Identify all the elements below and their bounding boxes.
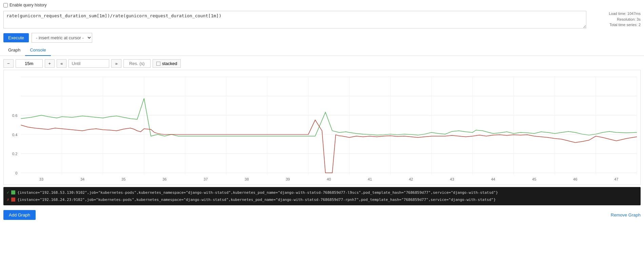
svg-text:0.2: 0.2 — [12, 152, 17, 156]
legend-item-1: ✓ {instance="192.168.53.130:9102",job="k… — [7, 190, 637, 195]
zoom-out-button[interactable]: − — [3, 59, 14, 68]
next-button[interactable]: » — [111, 59, 121, 68]
svg-text:38: 38 — [245, 177, 249, 181]
legend-area: ✓ {instance="192.168.53.130:9102",job="k… — [3, 187, 641, 205]
svg-text:34: 34 — [80, 177, 84, 181]
svg-text:47: 47 — [614, 177, 618, 181]
enable-query-history-label[interactable]: Enable query history — [3, 3, 641, 7]
svg-text:37: 37 — [203, 177, 208, 181]
time-range-input[interactable] — [16, 59, 43, 68]
svg-text:46: 46 — [573, 177, 577, 181]
svg-text:41: 41 — [368, 177, 372, 181]
svg-text:0.6: 0.6 — [12, 113, 17, 118]
svg-text:43: 43 — [450, 177, 454, 181]
svg-text:36: 36 — [162, 177, 167, 181]
graph-controls: − + « » stacked — [0, 56, 644, 70]
svg-text:0: 0 — [15, 171, 17, 175]
svg-text:44: 44 — [491, 177, 495, 181]
svg-text:40: 40 — [327, 177, 331, 181]
tab-console[interactable]: Console — [25, 45, 51, 56]
svg-text:33: 33 — [39, 177, 43, 181]
enable-query-history-checkbox[interactable] — [3, 3, 8, 7]
query-input[interactable]: rate(gunicorn_request_duration_sum[1m])/… — [3, 11, 586, 28]
tabs: Graph Console — [0, 45, 644, 56]
bottom-bar: Add Graph Remove Graph — [0, 207, 644, 223]
stacked-checkbox-icon — [156, 62, 160, 66]
prev-button[interactable]: « — [57, 59, 66, 68]
zoom-in-button[interactable]: + — [45, 59, 55, 68]
tab-graph[interactable]: Graph — [3, 45, 25, 56]
resolution-input[interactable] — [123, 59, 151, 68]
stacked-button[interactable]: stacked — [153, 59, 181, 68]
remove-graph-button[interactable]: Remove Graph — [611, 212, 641, 218]
svg-text:0.4: 0.4 — [12, 133, 17, 137]
chart-svg: 0 0.2 0.4 0.6 33 34 35 36 37 38 39 40 41… — [4, 70, 640, 185]
load-info: Load time: 1047ms Resolution: 3s Total t… — [609, 11, 641, 28]
until-input[interactable] — [69, 59, 109, 68]
legend-color-red-2 — [11, 198, 15, 202]
svg-text:45: 45 — [532, 177, 536, 181]
add-graph-button[interactable]: Add Graph — [3, 210, 36, 220]
svg-text:39: 39 — [286, 177, 290, 181]
legend-item-2: ✗ {instance="192.168.24.23:9102",job="ku… — [7, 197, 637, 203]
svg-text:42: 42 — [409, 177, 413, 181]
svg-text:35: 35 — [121, 177, 125, 181]
insert-metric-select[interactable]: - insert metric at cursor - — [32, 33, 92, 43]
legend-color-green-1 — [11, 190, 15, 194]
execute-button[interactable]: Execute — [3, 33, 29, 42]
chart-area: 0 0.2 0.4 0.6 33 34 35 36 37 38 39 40 41… — [3, 70, 641, 185]
